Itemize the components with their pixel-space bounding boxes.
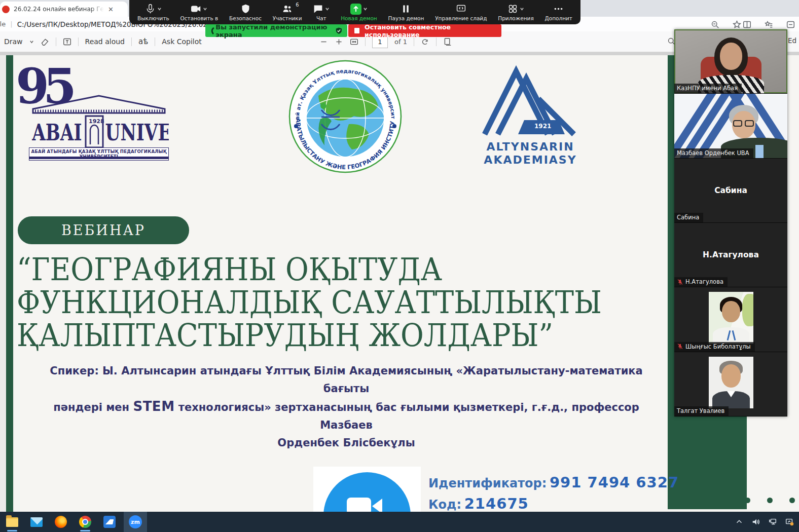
chevron-down-icon (203, 7, 207, 11)
participants-button[interactable]: Участники 6 (273, 3, 302, 21)
text-box-icon[interactable] (63, 37, 71, 46)
screen-share-status-icon[interactable] (785, 517, 794, 526)
sharing-status-text: Вы запустили демонстрацию экрана (215, 23, 336, 39)
mail-icon[interactable] (26, 512, 47, 532)
network-icon[interactable] (768, 517, 777, 526)
stop-video-button[interactable]: Остановить в (180, 3, 219, 21)
participant-name: Н.Атагулова (674, 277, 728, 287)
shield-icon (240, 4, 251, 14)
tab-title: 26.02.24 онлайн вебинар Геогр (14, 6, 104, 13)
microphone-icon (145, 4, 156, 14)
chevron-down-icon (363, 7, 368, 11)
profile-photo (709, 357, 753, 408)
chevron-down-icon (325, 7, 330, 11)
meeting-id-label: Идентификатор: (428, 476, 547, 490)
eraser-icon[interactable] (41, 37, 49, 46)
firefox-icon[interactable] (51, 512, 71, 532)
windows-taskbar: zm (0, 512, 799, 532)
draw-button[interactable]: Draw (4, 37, 23, 46)
annotation-icon (210, 27, 215, 35)
zoom-out-icon[interactable] (711, 20, 719, 29)
meeting-code-value: 214675 (464, 495, 529, 512)
svg-text:ABAI: ABAI (31, 120, 82, 145)
chat-button[interactable]: Чат (313, 3, 330, 21)
volume-icon[interactable] (751, 517, 760, 526)
participant-name: Шыңғыс Биболатұлы (674, 342, 755, 352)
speaker-description: Спикер: Ы. Алтынсарин атындағы Ұлттық Бі… (40, 362, 653, 452)
meeting-id-value: 991 7494 6327 (550, 474, 679, 491)
participants-panel: КазНПУ имени Абая Мазбаев Орденбек UBA С… (674, 29, 787, 416)
participant-tile[interactable]: Н.Атагулова Н.Атагулова (674, 223, 787, 287)
participant-name: Талгат Увалиев (674, 406, 729, 416)
meeting-credentials: Идентификатор: 991 7494 6327 Код: 214675 (428, 474, 679, 512)
page-count-label: of 1 (394, 38, 407, 46)
meeting-code-label: Код: (428, 498, 461, 512)
zoom-app-icon[interactable]: zm (124, 512, 147, 532)
apps-icon (507, 4, 518, 14)
altynsarin-logo: 1921 ALTYNSARIN AKADEMIASY (478, 63, 584, 168)
zoom-meeting-toolbar: Выключить Остановить в Безопаснос Участн… (129, 0, 580, 24)
chevron-down-icon[interactable] (29, 40, 34, 44)
split-screen-icon[interactable] (743, 20, 751, 29)
profile-photo (709, 292, 753, 344)
chrome-icon[interactable] (75, 512, 95, 532)
profile-label: Ed (788, 36, 796, 45)
svg-text:1921: 1921 (534, 123, 551, 130)
apps-button[interactable]: Приложения (498, 3, 533, 21)
favorite-star-icon[interactable] (733, 20, 741, 29)
zoom-out-page-icon[interactable] (319, 37, 328, 46)
share-screen-icon (350, 4, 361, 15)
participant-tile[interactable]: Шыңғыс Биболатұлы (674, 287, 787, 352)
stop-share-banner[interactable]: Остановить совместное использование (348, 24, 501, 37)
participant-tile[interactable]: КазНПУ имени Абая (674, 29, 787, 94)
decor-dot (745, 498, 750, 503)
read-aloud-button[interactable]: Read aloud (85, 37, 125, 46)
fit-width-icon[interactable] (350, 37, 358, 46)
translate-icon[interactable]: aѣ (138, 37, 148, 46)
decor-dot (767, 498, 773, 503)
zoom-in-page-icon[interactable] (335, 37, 343, 46)
participant-tile[interactable]: Сабина Сабина (674, 159, 787, 223)
browser-tab[interactable]: 26.02.24 онлайн вебинар Геогр ✕ (0, 2, 128, 17)
zoom-logo (309, 467, 427, 512)
participant-tile[interactable]: Талгат Увалиев (674, 352, 787, 416)
abai-university-logo: 95 ABAI 1928 UNIVERSITY АБАЙ АТЫНДАҒЫ ҚА… (8, 57, 169, 162)
stem-keyword: STEM (133, 399, 174, 414)
new-share-button[interactable]: Новая демон (341, 3, 377, 21)
svg-text:UNIVERSITY: UNIVERSITY (105, 120, 169, 145)
rotate-icon[interactable] (421, 37, 429, 46)
mute-button[interactable]: Выключить (137, 3, 169, 21)
file-scheme-label: ile (0, 20, 6, 28)
camera-icon (347, 498, 371, 512)
participant-tile[interactable]: Мазбаев Орденбек UBA (674, 94, 787, 158)
page-view-icon[interactable] (443, 37, 452, 46)
stop-icon (354, 28, 359, 33)
abai-building-icon: ABAI 1928 UNIVERSITY (29, 94, 169, 147)
participants-count: 6 (296, 2, 299, 8)
participant-name: КазНПУ имени Абая (674, 84, 742, 93)
screen: 26.02.24 онлайн вебинар Геогр ✕ + ile | … (0, 0, 799, 532)
participant-name: Сабина (674, 213, 703, 222)
paint-app-icon[interactable] (99, 512, 120, 532)
decor-dot (789, 498, 795, 503)
sharing-status-banner: Вы запустили демонстрацию экрана (205, 24, 347, 37)
more-dots-icon (553, 4, 564, 14)
pause-share-button[interactable]: Пауза демон (388, 3, 424, 21)
svg-text:AKADEMIASY: AKADEMIASY (484, 154, 576, 166)
tray-expand-icon[interactable] (735, 517, 744, 526)
tab-close-icon[interactable]: ✕ (108, 6, 114, 13)
browser-essentials-icon[interactable] (786, 20, 795, 29)
slide-control-button[interactable]: Управление слайд (435, 3, 487, 21)
file-explorer-icon[interactable] (2, 512, 22, 532)
geography-institute-logo: Абай ат. Қазақ Ұлттық педагогикалық унив… (288, 59, 403, 174)
chat-icon (313, 4, 323, 14)
more-button[interactable]: Дополнит (545, 3, 572, 21)
security-button[interactable]: Безопаснос (229, 3, 262, 21)
webinar-badge: ВЕБИНАР (18, 216, 189, 244)
ask-copilot-button[interactable]: Ask Copilot (162, 37, 202, 46)
glasses (733, 120, 754, 127)
slide-control-icon (456, 4, 466, 14)
collections-icon[interactable] (765, 20, 773, 29)
svg-text:ALTYNSARIN: ALTYNSARIN (486, 140, 574, 153)
chevron-down-icon (157, 7, 162, 11)
